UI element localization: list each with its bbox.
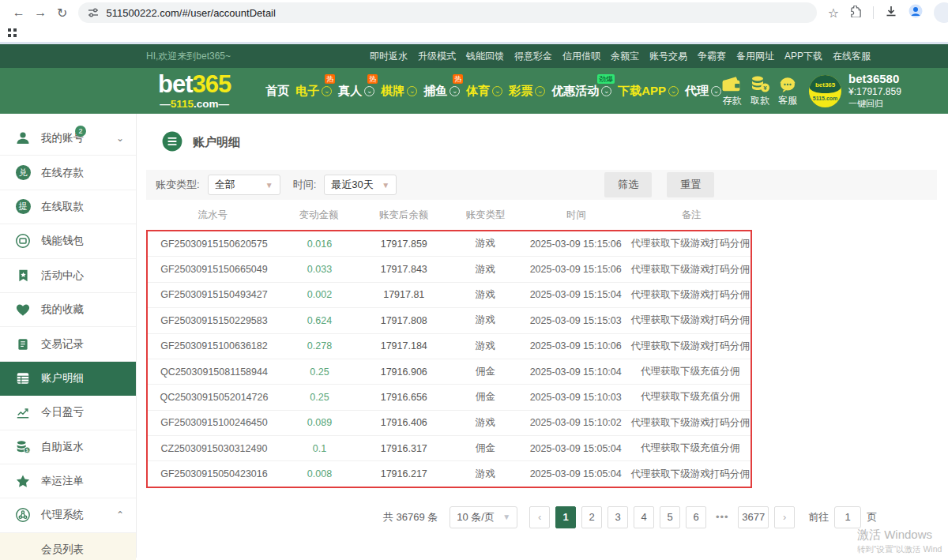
- nav-item-promotions[interactable]: 劲爆 优惠活动 ⌄: [551, 84, 611, 99]
- table-row: QC25030915081158944 0.25 17916.906 佣金 20…: [148, 359, 750, 384]
- page-button-2[interactable]: 2: [581, 506, 602, 528]
- cell-amount: 0.624: [280, 308, 359, 333]
- download-icon[interactable]: [885, 5, 897, 21]
- bookmarks-bar: [0, 25, 948, 42]
- topbar-link-contest[interactable]: 争霸赛: [698, 50, 726, 63]
- deposit-button[interactable]: 存款: [721, 75, 743, 107]
- sidebar-item-label: 幸运注单: [41, 474, 84, 488]
- browser-menu[interactable]: [934, 2, 948, 23]
- balance: ¥:17917.859: [848, 85, 901, 98]
- sidebar-item-my-account[interactable]: 我的账号 2 ⌄: [0, 122, 136, 156]
- profile-avatar-icon[interactable]: [908, 4, 923, 21]
- topbar-link-bonus[interactable]: 得意彩金: [514, 50, 552, 63]
- apps-grid-icon[interactable]: [7, 27, 17, 41]
- customer-service-button[interactable]: 客服: [777, 75, 798, 107]
- topbar-link-upgrade[interactable]: 升级模式: [418, 50, 456, 63]
- sidebar-item-member-list[interactable]: 会员列表: [0, 533, 136, 560]
- topbar-link-app-download[interactable]: APP下载: [784, 50, 822, 63]
- sidebar-item-label: 交易记录: [41, 337, 84, 351]
- sidebar-item-online-deposit[interactable]: 兑 在线存款: [0, 156, 136, 190]
- sidebar-item-activity-center[interactable]: 活动中心: [0, 259, 136, 293]
- one-key-recall-link[interactable]: 一键回归: [848, 98, 901, 110]
- cell-type: 游戏: [449, 257, 521, 282]
- more-pages-icon[interactable]: •••: [712, 506, 732, 528]
- account-detail-icon: [14, 371, 32, 385]
- sidebar-item-online-withdraw[interactable]: 提 在线取款: [0, 190, 136, 224]
- nav-item-sports[interactable]: 体育 ⌄: [466, 84, 502, 99]
- topbar-link-qianneng[interactable]: 钱能回馈: [466, 50, 504, 63]
- nav-item-home[interactable]: 首页: [265, 84, 289, 99]
- type-filter-select[interactable]: 全部 ▼: [208, 175, 280, 195]
- chevron-down-icon: ⌄: [535, 86, 545, 96]
- topbar-link-yuebao[interactable]: 余额宝: [611, 50, 639, 63]
- bookmark-star-icon[interactable]: ☆: [828, 6, 839, 21]
- page-title-icon: [162, 131, 182, 154]
- table-row: GF25030915150665049 0.033 17917.843 游戏 2…: [148, 257, 750, 282]
- page-button-4[interactable]: 4: [634, 506, 654, 528]
- next-page-button[interactable]: ›: [774, 506, 795, 528]
- sidebar-item-wallet[interactable]: 钱能钱包: [0, 224, 136, 258]
- page-button-1[interactable]: 1: [555, 506, 576, 528]
- nav-item-download-app[interactable]: 下载APP ⌄: [618, 84, 679, 99]
- cell-balance: 17916.317: [359, 436, 449, 461]
- sidebar-item-transactions[interactable]: 交易记录: [0, 327, 136, 361]
- deposit-wallet-icon: [721, 75, 743, 93]
- page-button-last[interactable]: 3677: [738, 506, 769, 528]
- goto-label: 前往: [808, 510, 829, 524]
- nav-item-agent[interactable]: 代理 ⌄: [685, 84, 721, 99]
- chevron-down-icon: ⌄: [668, 86, 679, 96]
- account-detail-table: GF25030915150620575 0.016 17917.859 游戏 2…: [148, 231, 750, 487]
- type-filter-label: 账变类型:: [156, 178, 200, 192]
- cell-remark: 代理获取下级游戏打码分佣: [630, 257, 750, 282]
- hot-badge: 热: [367, 74, 378, 84]
- reset-button[interactable]: 重置: [667, 172, 714, 197]
- withdraw-icon: 提: [14, 199, 32, 214]
- sidebar-item-self-rebate[interactable]: $ 自助返水: [0, 430, 136, 464]
- forward-icon[interactable]: →: [30, 6, 52, 20]
- sidebar-item-today-profit[interactable]: 今日盈亏: [0, 396, 136, 430]
- customer-service-label: 客服: [778, 95, 797, 106]
- time-filter-label: 时间:: [293, 178, 317, 192]
- prev-page-button[interactable]: ‹: [529, 506, 550, 528]
- goto-page-input[interactable]: [834, 506, 861, 528]
- cell-serial: GF25030915100246450: [148, 410, 280, 435]
- topbar-link-online-service[interactable]: 在线客服: [833, 50, 871, 63]
- filter-bar: 账变类型: 全部 ▼ 时间: 最近30天 ▼ 筛选 重置: [146, 170, 937, 200]
- topbar-link-backup-url[interactable]: 备用网址: [736, 50, 774, 63]
- pagination: 共 36769 条 10 条/页 ▼ ‹ 1 2 3 4 5 6 ••• 367…: [229, 506, 948, 528]
- extensions-icon[interactable]: [850, 6, 862, 21]
- time-filter-select[interactable]: 最近30天 ▼: [324, 175, 397, 195]
- nav-item-slots[interactable]: 热 电子 ⌄: [295, 84, 332, 99]
- page-title: 账户明细: [162, 131, 948, 154]
- sidebar-item-lucky-bets[interactable]: 幸运注单: [0, 464, 136, 498]
- nav-item-lottery[interactable]: 彩票 ⌄: [509, 84, 545, 99]
- site-logo[interactable]: bet365 —5115.com—: [158, 72, 231, 110]
- account-logo-badge[interactable]: bet365 5115.com: [809, 75, 841, 107]
- withdraw-button[interactable]: ¥ 取款: [750, 75, 770, 107]
- sidebar-item-agent-system[interactable]: 代理系统 ⌃: [0, 498, 136, 532]
- cell-amount: 0.033: [280, 257, 359, 282]
- chevron-down-icon: ⌄: [364, 86, 374, 96]
- back-icon[interactable]: ←: [8, 6, 30, 20]
- filter-button[interactable]: 筛选: [604, 172, 652, 197]
- reload-icon[interactable]: ↻: [51, 6, 73, 21]
- nav-item-chess[interactable]: 棋牌 ⌄: [381, 84, 417, 99]
- nav-label: 棋牌: [381, 84, 404, 99]
- topbar-link-account-trade[interactable]: 账号交易: [649, 50, 687, 63]
- site-settings-icon[interactable]: [88, 7, 99, 18]
- cell-remark: 代理获取下级游戏打码分佣: [630, 461, 750, 487]
- nav-item-live[interactable]: 热 真人 ⌄: [338, 84, 374, 99]
- topbar-link-rebate[interactable]: 即时返水: [370, 50, 408, 63]
- page-button-5[interactable]: 5: [660, 506, 680, 528]
- page-size-select[interactable]: 10 条/页 ▼: [450, 506, 517, 528]
- cell-serial: QC25030915081158944: [148, 359, 280, 384]
- col-time: 时间: [522, 200, 631, 230]
- page-button-6[interactable]: 6: [686, 506, 706, 528]
- topbar-link-credit[interactable]: 信用借呗: [562, 50, 600, 63]
- sidebar-item-favorites[interactable]: 我的收藏: [0, 293, 136, 327]
- nav-item-fishing[interactable]: 热 捕鱼 ⌄: [423, 84, 460, 99]
- page-button-3[interactable]: 3: [608, 506, 628, 528]
- col-change-type: 账变类型: [449, 200, 521, 230]
- address-bar[interactable]: 511500222.com/#/user/accountDetail: [78, 2, 817, 23]
- sidebar-item-account-detail[interactable]: 账户明细: [0, 362, 136, 396]
